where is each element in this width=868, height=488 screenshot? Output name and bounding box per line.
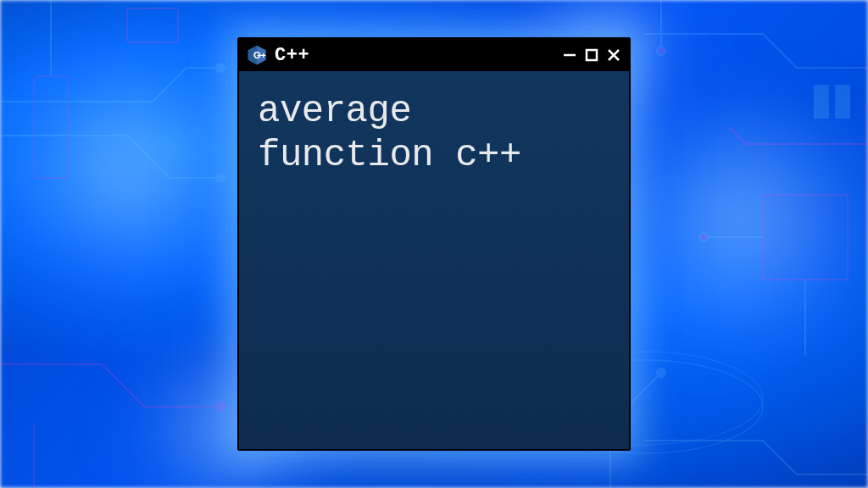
cpp-logo-icon: C [246, 44, 268, 66]
terminal-window: C C++ average function c [237, 37, 631, 451]
window-content: average function c++ [239, 71, 629, 449]
content-text: average function c++ [258, 90, 610, 178]
maximize-button[interactable] [583, 47, 600, 64]
minimize-button[interactable] [561, 47, 578, 64]
window-controls [561, 47, 622, 64]
close-button[interactable] [605, 47, 622, 64]
titlebar[interactable]: C C++ [239, 39, 629, 71]
svg-rect-21 [587, 50, 597, 60]
window-title: C++ [275, 45, 554, 66]
